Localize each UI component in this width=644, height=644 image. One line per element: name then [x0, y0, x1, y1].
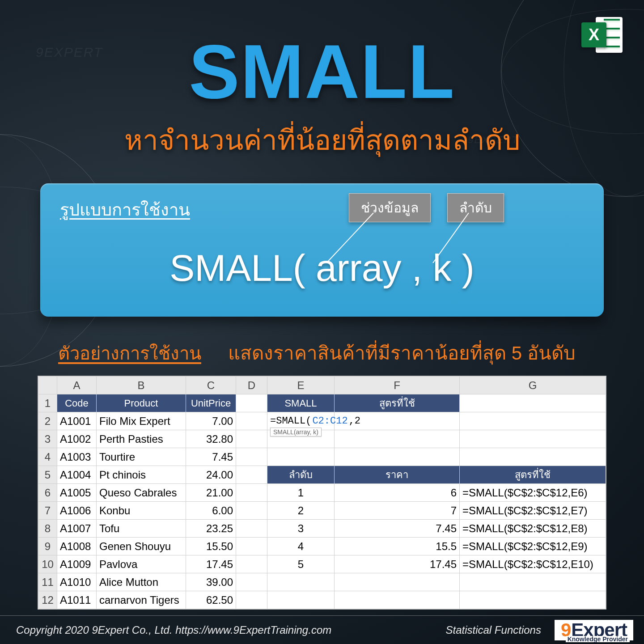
cell[interactable]	[335, 448, 460, 466]
cell-result-formula[interactable]: =SMALL($C$2:$C$12,E6)	[460, 484, 606, 502]
cell-unitprice[interactable]: 24.00	[186, 466, 236, 484]
cell-result-price[interactable]: 7	[335, 502, 460, 520]
cell[interactable]	[460, 394, 606, 412]
header-formula-used[interactable]: สูตรที่ใช้	[335, 394, 460, 412]
cell-unitprice[interactable]: 32.80	[186, 430, 236, 448]
cell[interactable]	[236, 448, 267, 466]
cell-code[interactable]: A1011	[57, 591, 97, 609]
cell-code[interactable]: A1006	[57, 502, 97, 520]
cell-product[interactable]: Tofu	[97, 520, 186, 538]
cell-code[interactable]: A1001	[57, 412, 97, 430]
cell-product[interactable]: carnarvon Tigers	[97, 591, 186, 609]
cell-rank[interactable]: 4	[267, 538, 335, 555]
row-number[interactable]: 5	[38, 466, 57, 484]
cell[interactable]	[236, 466, 267, 484]
cell-unitprice[interactable]: 7.45	[186, 448, 236, 466]
cell[interactable]	[236, 412, 267, 430]
cell-rank[interactable]: 2	[267, 502, 335, 520]
cell-code[interactable]: A1008	[57, 538, 97, 555]
cell[interactable]	[460, 573, 606, 591]
cell-code[interactable]: A1007	[57, 520, 97, 538]
row-number[interactable]: 7	[38, 502, 57, 520]
cell-unitprice[interactable]: 21.00	[186, 484, 236, 502]
cell-unitprice[interactable]: 17.45	[186, 555, 236, 573]
cell-result-price[interactable]: 15.5	[335, 538, 460, 555]
row-number[interactable]: 11	[38, 573, 57, 591]
cell-unitprice[interactable]: 39.00	[186, 573, 236, 591]
row-number[interactable]: 6	[38, 484, 57, 502]
cell[interactable]	[267, 591, 335, 609]
cell-result-price[interactable]: 6	[335, 484, 460, 502]
cell-unitprice[interactable]: 62.50	[186, 591, 236, 609]
cell[interactable]	[236, 394, 267, 412]
cell[interactable]	[460, 430, 606, 448]
cell-code[interactable]: A1003	[57, 448, 97, 466]
formula-entry-cell[interactable]: =SMALL(C2:C12,2SMALL(array, k)	[267, 412, 335, 430]
row-number[interactable]: 12	[38, 591, 57, 609]
cell-unitprice[interactable]: 6.00	[186, 502, 236, 520]
header-price[interactable]: ราคา	[335, 466, 460, 484]
cell[interactable]	[267, 573, 335, 591]
row-number[interactable]: 2	[38, 412, 57, 430]
cell-product[interactable]: Konbu	[97, 502, 186, 520]
cell-rank[interactable]: 5	[267, 555, 335, 573]
cell-unitprice[interactable]: 15.50	[186, 538, 236, 555]
cell-product[interactable]: Queso Cabrales	[97, 484, 186, 502]
cell-product[interactable]: Perth Pasties	[97, 430, 186, 448]
cell-code[interactable]: A1002	[57, 430, 97, 448]
col-A[interactable]: A	[57, 377, 97, 394]
col-G[interactable]: G	[460, 377, 606, 394]
cell-code[interactable]: A1004	[57, 466, 97, 484]
cell-code[interactable]: A1005	[57, 484, 97, 502]
cell-product[interactable]: Pt chinois	[97, 466, 186, 484]
col-C[interactable]: C	[186, 377, 236, 394]
header-code[interactable]: Code	[57, 394, 97, 412]
cell[interactable]	[236, 591, 267, 609]
col-B[interactable]: B	[97, 377, 186, 394]
cell-product[interactable]: Alice Mutton	[97, 573, 186, 591]
cell-result-formula[interactable]: =SMALL($C$2:$C$12,E10)	[460, 555, 606, 573]
corner-cell[interactable]	[38, 377, 57, 394]
cell[interactable]	[335, 573, 460, 591]
cell[interactable]	[236, 484, 267, 502]
cell-product[interactable]: Pavlova	[97, 555, 186, 573]
header-result-formula[interactable]: สูตรที่ใช้	[460, 466, 606, 484]
header-unitprice[interactable]: UnitPrice	[186, 394, 236, 412]
cell[interactable]	[460, 591, 606, 609]
cell[interactable]	[335, 591, 460, 609]
cell-rank[interactable]: 3	[267, 520, 335, 538]
row-number[interactable]: 1	[38, 394, 57, 412]
cell-rank[interactable]: 1	[267, 484, 335, 502]
row-number[interactable]: 10	[38, 555, 57, 573]
cell[interactable]	[236, 520, 267, 538]
cell[interactable]	[460, 412, 606, 430]
cell-result-price[interactable]: 17.45	[335, 555, 460, 573]
cell[interactable]	[335, 430, 460, 448]
cell-product[interactable]: Filo Mix Expert	[97, 412, 186, 430]
cell-result-formula[interactable]: =SMALL($C$2:$C$12,E8)	[460, 520, 606, 538]
cell-unitprice[interactable]: 23.25	[186, 520, 236, 538]
row-number[interactable]: 9	[38, 538, 57, 555]
cell[interactable]	[460, 448, 606, 466]
cell-product[interactable]: Tourtire	[97, 448, 186, 466]
cell-result-price[interactable]: 7.45	[335, 520, 460, 538]
cell-product[interactable]: Genen Shouyu	[97, 538, 186, 555]
cell[interactable]	[236, 555, 267, 573]
cell[interactable]	[236, 538, 267, 555]
row-number[interactable]: 3	[38, 430, 57, 448]
row-number[interactable]: 8	[38, 520, 57, 538]
cell-result-formula[interactable]: =SMALL($C$2:$C$12,E9)	[460, 538, 606, 555]
header-rank[interactable]: ลำดับ	[267, 466, 335, 484]
cell[interactable]	[236, 502, 267, 520]
row-number[interactable]: 4	[38, 448, 57, 466]
cell[interactable]	[236, 430, 267, 448]
cell-result-formula[interactable]: =SMALL($C$2:$C$12,E7)	[460, 502, 606, 520]
cell[interactable]	[267, 448, 335, 466]
col-E[interactable]: E	[267, 377, 335, 394]
cell[interactable]	[236, 573, 267, 591]
header-small[interactable]: SMALL	[267, 394, 335, 412]
header-product[interactable]: Product	[97, 394, 186, 412]
cell-code[interactable]: A1010	[57, 573, 97, 591]
col-F[interactable]: F	[335, 377, 460, 394]
col-D[interactable]: D	[236, 377, 267, 394]
